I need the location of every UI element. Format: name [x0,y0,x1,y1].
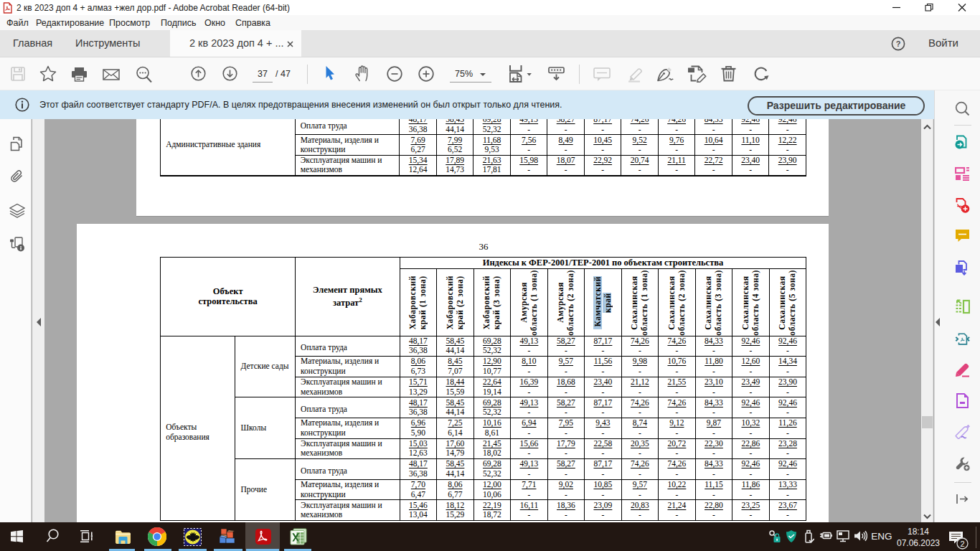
svg-text:2: 2 [960,540,964,548]
svg-text:?: ? [896,39,901,48]
